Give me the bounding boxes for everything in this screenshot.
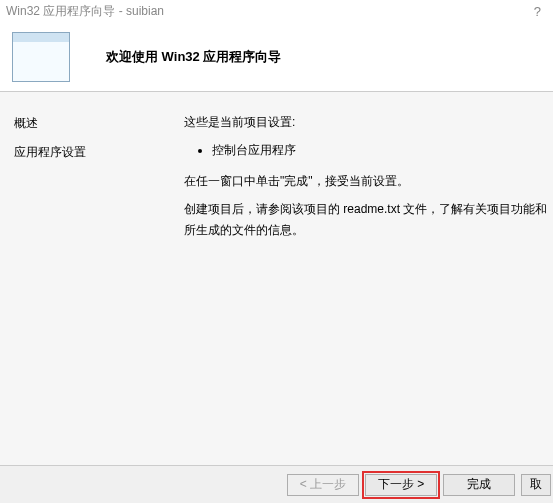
sidebar-item-label: 概述 — [14, 116, 38, 130]
help-icon[interactable]: ? — [528, 4, 547, 19]
settings-list-item: 控制台应用程序 — [212, 140, 551, 160]
title-bar: Win32 应用程序向导 - suibian ? — [0, 0, 553, 22]
wizard-body: 概述 应用程序设置 这些是当前项目设置: 控制台应用程序 在任一窗口中单击"完成… — [0, 92, 553, 465]
settings-list: 控制台应用程序 — [184, 140, 551, 160]
settings-intro: 这些是当前项目设置: — [184, 112, 551, 132]
prev-button: < 上一步 — [287, 474, 359, 496]
sidebar-item-label: 应用程序设置 — [14, 145, 86, 159]
instruction-line: 在任一窗口中单击"完成"，接受当前设置。 — [184, 171, 551, 191]
window-title: Win32 应用程序向导 - suibian — [6, 3, 164, 20]
wizard-main: 这些是当前项目设置: 控制台应用程序 在任一窗口中单击"完成"，接受当前设置。 … — [176, 92, 553, 465]
wizard-footer: < 上一步 下一步 > 完成 取 — [0, 465, 553, 503]
wizard-header: 欢迎使用 Win32 应用程序向导 — [0, 22, 553, 92]
next-button[interactable]: 下一步 > — [365, 474, 437, 496]
wizard-header-title: 欢迎使用 Win32 应用程序向导 — [106, 48, 281, 66]
wizard-header-icon — [12, 32, 70, 82]
sidebar-item-overview[interactable]: 概述 — [14, 112, 162, 135]
sidebar-item-app-settings[interactable]: 应用程序设置 — [14, 141, 162, 164]
readme-line: 创建项目后，请参阅该项目的 readme.txt 文件，了解有关项目功能和所生成… — [184, 199, 551, 240]
wizard-sidebar: 概述 应用程序设置 — [0, 92, 176, 465]
cancel-button[interactable]: 取 — [521, 474, 551, 496]
finish-button[interactable]: 完成 — [443, 474, 515, 496]
